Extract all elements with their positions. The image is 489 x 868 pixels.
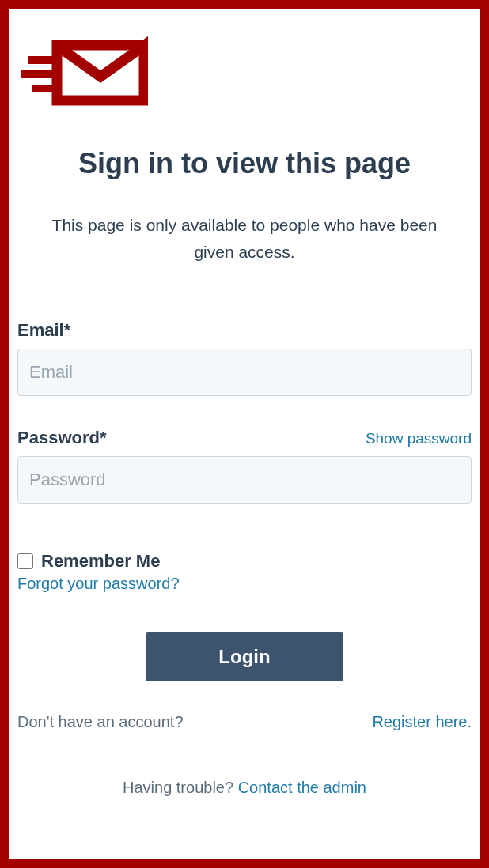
remember-me-checkbox[interactable] (17, 553, 33, 569)
password-label: Password* (17, 428, 107, 448)
trouble-row: Having trouble? Contact the admin (17, 779, 472, 797)
email-label: Email* (17, 320, 472, 341)
show-password-toggle[interactable]: Show password (366, 430, 472, 447)
login-button[interactable]: Login (146, 632, 343, 681)
contact-admin-link[interactable]: Contact the admin (238, 779, 366, 796)
forgot-password-link[interactable]: Forgot your password? (17, 575, 180, 593)
register-link[interactable]: Register here. (372, 713, 472, 731)
password-field[interactable] (17, 456, 472, 504)
logo (21, 33, 472, 115)
trouble-question: Having trouble? (123, 779, 238, 796)
register-question: Don't have an account? (17, 713, 184, 731)
page-title: Sign in to view this page (17, 147, 472, 180)
page-subtext: This page is only available to people wh… (33, 212, 456, 265)
email-field[interactable] (17, 349, 472, 396)
login-form: Email* Password* Show password Remember … (17, 320, 472, 797)
remember-me-label: Remember Me (41, 551, 160, 572)
page-frame: Sign in to view this page This page is o… (0, 0, 489, 868)
